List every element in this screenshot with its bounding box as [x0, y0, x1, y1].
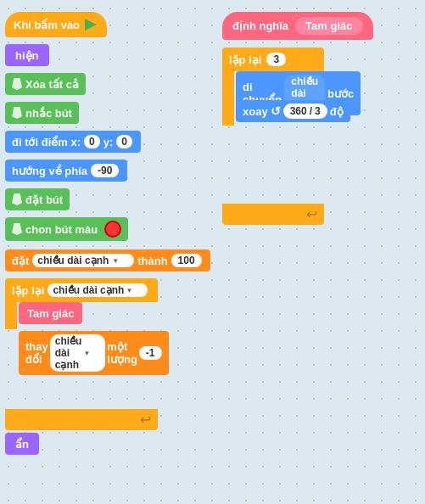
pen-icon-clear: [12, 78, 22, 90]
tam-giac-arg: Tam giác: [295, 17, 362, 35]
do-label: độ: [330, 105, 344, 118]
repeat3-label: lặp lại: [229, 53, 261, 66]
turn-expr[interactable]: 360 / 3: [283, 104, 327, 119]
goto-y-input[interactable]: 0: [116, 135, 132, 148]
repeat-c-block[interactable]: lặp lại chiều dài cạnh ▼ Tam giác thay đ…: [5, 278, 158, 430]
goto-y-label: y:: [103, 136, 114, 148]
repeat3-arrow-icon: ↩: [306, 206, 317, 222]
set-variable-block[interactable]: đặt chiều dài cạnh ▼ thành 100: [5, 249, 210, 272]
pen-color-label: chon bút màu: [25, 223, 98, 236]
turn-div: /: [310, 105, 312, 117]
mot-luong-label: một lượng: [107, 340, 137, 366]
change-block[interactable]: thay đổi chiều dài cạnh ▼ một lượng -1: [19, 331, 169, 375]
flag-icon: [85, 19, 97, 31]
repeat-var-dropdown[interactable]: chiều dài cạnh ▼: [48, 283, 148, 297]
change-val-input[interactable]: -1: [139, 346, 162, 360]
hide-label: ẩn: [15, 438, 29, 451]
goto-label: đi tới điểm x:: [12, 136, 81, 148]
repeat-var-name: chiều dài cạnh: [53, 284, 124, 296]
pen-down-label: đặt bút: [25, 193, 63, 206]
define-label: định nghĩa: [232, 20, 288, 32]
direction-input[interactable]: -90: [91, 164, 119, 177]
set-var-name: chiều dài cạnh: [37, 255, 109, 266]
tam-giac-label: Tam giác: [27, 307, 74, 320]
thanh-label: thành: [137, 255, 167, 267]
pen-down-block[interactable]: đặt bút: [5, 188, 70, 210]
change-var-name: chiều dài cạnh: [55, 335, 82, 371]
set-val-input[interactable]: 100: [171, 254, 202, 267]
turn-block[interactable]: xoay ↺ 360 / 3 độ: [236, 100, 350, 122]
set-var-dropdown[interactable]: chiều dài cạnh ▼: [32, 254, 134, 267]
show-label: hiện: [15, 49, 39, 62]
repeat-label: lặp lại: [12, 284, 44, 297]
repeat-dropdown-arrow: ▼: [126, 287, 132, 294]
hide-block[interactable]: ẩn: [5, 433, 39, 455]
clear-all-block[interactable]: Xóa tất cả: [5, 73, 86, 95]
when-flag-block[interactable]: Khi bấm vào: [5, 12, 107, 37]
dropdown-arrow: ▼: [112, 257, 119, 265]
pen-up-block[interactable]: nhắc bút: [5, 102, 79, 124]
repeat3-block[interactable]: lặp lại 3 di chuyển chiều dài cạnh bước …: [222, 48, 324, 225]
set-label: đặt: [12, 255, 29, 267]
goto-block[interactable]: đi tới điểm x: 0 y: 0: [5, 131, 141, 153]
repeat-arrow-icon: ↩: [140, 412, 151, 428]
show-block[interactable]: hiện: [5, 44, 49, 66]
pen-up-label: nhắc bút: [25, 107, 72, 120]
buoc-label: bước: [327, 87, 354, 100]
change-label: thay đổi: [25, 340, 48, 366]
turn-label: xoay: [243, 105, 268, 118]
pen-icon-color: [12, 223, 22, 235]
workspace: Khi bấm vào hiện Xóa tất cả nhắc bút đi …: [0, 0, 425, 504]
change-dropdown-arrow: ▼: [83, 350, 90, 357]
when-flag-label: Khi bấm vào: [14, 19, 80, 31]
color-circle[interactable]: [104, 221, 121, 238]
direction-block[interactable]: hướng về phía -90: [5, 160, 127, 182]
turn-icon: ↺: [271, 104, 281, 118]
clear-all-label: Xóa tất cả: [25, 78, 79, 91]
change-var-dropdown[interactable]: chiều dài cạnh ▼: [50, 334, 106, 372]
turn-val2: 3: [315, 105, 321, 117]
repeat3-input[interactable]: 3: [266, 53, 286, 66]
pen-color-block[interactable]: chon bút màu: [5, 217, 128, 241]
tam-giac-custom-block[interactable]: Tam giác: [19, 302, 82, 324]
define-block[interactable]: định nghĩa Tam giác: [222, 12, 373, 40]
pen-icon-up: [12, 107, 22, 119]
goto-x-input[interactable]: 0: [84, 135, 100, 148]
direction-label: hướng về phía: [12, 165, 87, 177]
turn-val1: 360: [290, 105, 307, 117]
pen-icon-down: [12, 193, 22, 205]
